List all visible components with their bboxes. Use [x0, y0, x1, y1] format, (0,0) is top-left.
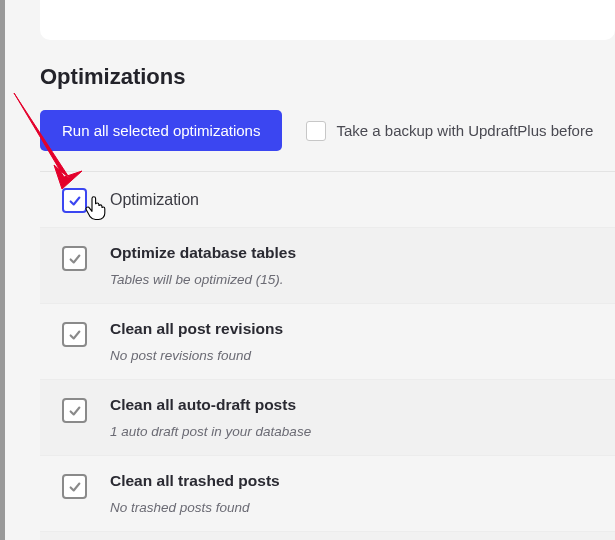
- table-row: Clean all trashed posts No trashed posts…: [40, 456, 615, 532]
- table-row: Clean all auto-draft posts 1 auto draft …: [40, 380, 615, 456]
- row-checkbox[interactable]: [62, 246, 87, 271]
- check-icon: [68, 328, 82, 342]
- table-header-label: Optimization: [110, 191, 615, 209]
- row-subtitle: No trashed posts found: [110, 500, 615, 515]
- row-title: Clean all post revisions: [110, 320, 615, 338]
- backup-checkbox-label: Take a backup with UpdraftPlus before: [336, 122, 593, 139]
- optimizations-table: Optimization Optimize database tables Ta…: [40, 171, 615, 540]
- table-row: Optimize database tables Tables will be …: [40, 228, 615, 304]
- row-checkbox[interactable]: [62, 474, 87, 499]
- check-icon: [68, 480, 82, 494]
- row-title: Clean all auto-draft posts: [110, 396, 615, 414]
- section-heading: Optimizations: [40, 64, 615, 90]
- backup-checkbox-wrapper[interactable]: Take a backup with UpdraftPlus before: [306, 121, 593, 141]
- row-title: Clean all trashed posts: [110, 472, 615, 490]
- table-row: [40, 532, 615, 540]
- row-checkbox[interactable]: [62, 322, 87, 347]
- check-icon: [68, 194, 82, 208]
- row-subtitle: No post revisions found: [110, 348, 615, 363]
- row-subtitle: 1 auto draft post in your database: [110, 424, 615, 439]
- settings-panel: Optimizations Run all selected optimizat…: [5, 0, 615, 540]
- row-subtitle: Tables will be optimized (15).: [110, 272, 615, 287]
- table-header-row: Optimization: [40, 172, 615, 228]
- previous-panel-bottom: [40, 0, 615, 40]
- row-title: Optimize database tables: [110, 244, 615, 262]
- select-all-checkbox[interactable]: [62, 188, 87, 213]
- check-icon: [68, 404, 82, 418]
- row-checkbox[interactable]: [62, 398, 87, 423]
- check-icon: [68, 252, 82, 266]
- actions-row: Run all selected optimizations Take a ba…: [40, 110, 615, 151]
- backup-checkbox[interactable]: [306, 121, 326, 141]
- run-all-button[interactable]: Run all selected optimizations: [40, 110, 282, 151]
- table-row: Clean all post revisions No post revisio…: [40, 304, 615, 380]
